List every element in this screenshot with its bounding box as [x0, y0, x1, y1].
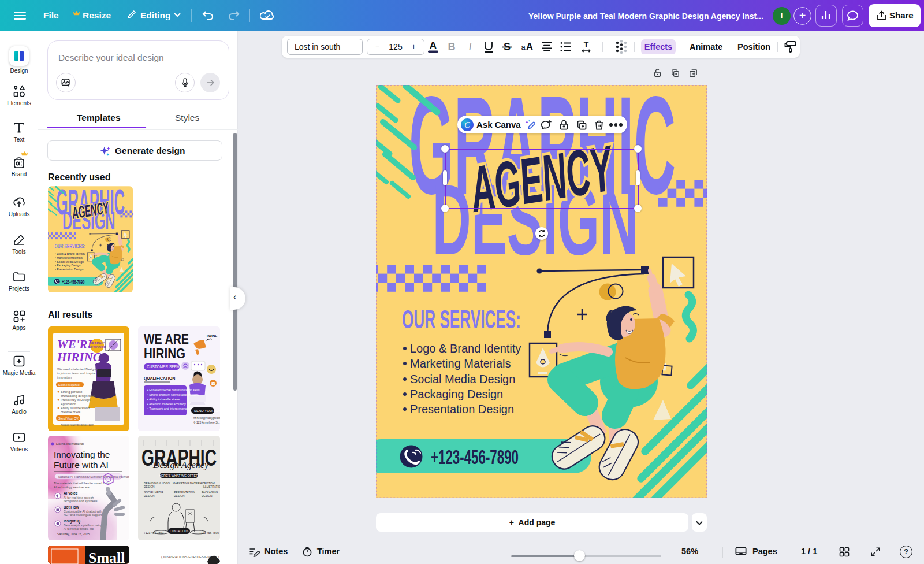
svg-text:National AI Technology Seminar: National AI Technology Seminar with Lice…: [58, 475, 129, 478]
svg-text:A: A: [526, 41, 533, 51]
svg-text:PRESENTATION: PRESENTATION: [174, 491, 195, 494]
svg-text:Packaging Design: Packaging Design: [410, 388, 503, 400]
svg-text:Social Media Design: Social Media Design: [410, 373, 515, 385]
svg-text:⚲ 123 Anywhere St., Any City: ⚲ 123 Anywhere St., Any City: [193, 421, 220, 424]
svg-text:hello@reallygreatsite.com: hello@reallygreatsite.com: [61, 423, 94, 426]
svg-text:GRAPHIC: GRAPHIC: [89, 342, 105, 345]
svg-text:Design Agency: Design Agency: [152, 460, 209, 470]
svg-text:B: B: [448, 41, 456, 53]
svg-text:QUALIFICATION: QUALIFICATION: [144, 376, 175, 381]
svg-text:A: A: [430, 40, 437, 51]
svg-text:Saturday, June 15, 2025: Saturday, June 15, 2025: [57, 532, 90, 536]
svg-text:ILLUSTRATION: ILLUSTRATION: [203, 485, 220, 488]
svg-text:HERE'S WHAT WE OFFER:: HERE'S WHAT WE OFFER:: [159, 474, 199, 477]
svg-text:showcasing design skills: showcasing design skills: [61, 394, 95, 398]
svg-text:HIRING: HIRING: [144, 346, 185, 361]
svg-text:AI to reveal trends, etc: AI to reveal trends, etc: [64, 527, 94, 530]
svg-text:CUSTOM: CUSTOM: [203, 482, 215, 485]
svg-text:PACKAGING: PACKAGING: [202, 491, 218, 494]
svg-text:Small: Small: [88, 550, 125, 564]
svg-text:NLP and multilingual support: NLP and multilingual support: [64, 513, 102, 517]
svg-text:Future with AI: Future with AI: [54, 460, 109, 470]
svg-text:Marketing Materials: Marketing Materials: [410, 357, 511, 370]
svg-text:a: a: [521, 43, 526, 51]
svg-text:• Teamwork and interpersonal s: • Teamwork and interpersonal skills: [147, 407, 195, 410]
svg-text:OUR SERVICES:: OUR SERVICES:: [402, 305, 521, 334]
svg-text:Logo & Brand Identity: Logo & Brand Identity: [410, 342, 521, 355]
svg-text:Send Your CV:: Send Your CV:: [58, 417, 79, 420]
svg-text:MARKETING MATERIALS: MARKETING MATERIALS: [173, 482, 206, 485]
svg-text:C: C: [464, 121, 470, 129]
svg-text:creative briefs: creative briefs: [61, 410, 80, 414]
svg-text:☎: ☎: [211, 381, 216, 385]
svg-text:Ability to understand: Ability to understand: [61, 406, 90, 410]
svg-text:SOCIAL MEDIA: SOCIAL MEDIA: [144, 491, 164, 494]
svg-text:DESIGN: DESIGN: [144, 485, 155, 488]
svg-text:TWINE: TWINE: [206, 334, 217, 337]
svg-text:DESIGNER: DESIGNER: [88, 346, 106, 349]
svg-text:Proficiency in Design: Proficiency in Design: [61, 398, 90, 402]
svg-text:DESIGN: DESIGN: [144, 495, 155, 498]
svg-text:Application: Application: [61, 402, 76, 406]
svg-text:+123-456-7890: +123-456-7890: [431, 446, 519, 468]
svg-text:DESIGN: DESIGN: [174, 495, 185, 498]
svg-text:Liceria International: Liceria International: [56, 442, 84, 446]
svg-text:SEND YOUR CV: SEND YOUR CV: [194, 409, 220, 413]
svg-text:to join our team and inspire: to join our team and inspire: [57, 372, 95, 375]
svg-text:The materials that will be dis: The materials that will be discussed in …: [54, 481, 111, 485]
svg-text:recognition and synthesis: recognition and synthesis: [64, 499, 98, 503]
svg-text:We need a talented Designer: We need a talented Designer: [57, 368, 98, 371]
svg-text:+123-456-7890: +123-456-7890: [199, 531, 219, 535]
svg-text:Bot Flow: Bot Flow: [64, 505, 79, 509]
svg-text:Presentation Design: Presentation Design: [410, 403, 514, 415]
svg-text:• Attention to detail accuracy: • Attention to detail accuracy: [147, 402, 186, 406]
svg-text:+123-456-7890: +123-456-7890: [144, 531, 163, 535]
svg-text:I: I: [468, 41, 472, 53]
svg-text:Skills Required:: Skills Required:: [58, 383, 81, 387]
svg-text:BRANDING & LOGO: BRANDING & LOGO: [144, 482, 170, 485]
svg-text:AI Voice: AI Voice: [64, 491, 78, 495]
svg-text:Strong portfolio: Strong portfolio: [61, 390, 82, 394]
svg-text:AI technology seminar are:: AI technology seminar are:: [54, 485, 90, 489]
svg-text:T: T: [584, 40, 589, 49]
svg-text:✉ hello@reallygreatsite.com: ✉ hello@reallygreatsite.com: [193, 416, 220, 420]
svg-text:innovation: innovation: [57, 376, 72, 379]
svg-text:• Ability to handle stress: • Ability to handle stress: [147, 398, 180, 401]
svg-text:Insight IQ: Insight IQ: [64, 519, 80, 524]
svg-text:DESIGN: DESIGN: [202, 495, 213, 498]
svg-text:WE ARE: WE ARE: [144, 331, 189, 347]
svg-text:CONTACT US: CONTACT US: [170, 529, 189, 533]
svg-text:Innovating the: Innovating the: [54, 450, 110, 459]
svg-text:• Excellent verbal communicati: • Excellent verbal communication skills: [147, 388, 200, 392]
svg-text:• Strong problem solving and e: • Strong problem solving and empathy: [147, 393, 199, 396]
